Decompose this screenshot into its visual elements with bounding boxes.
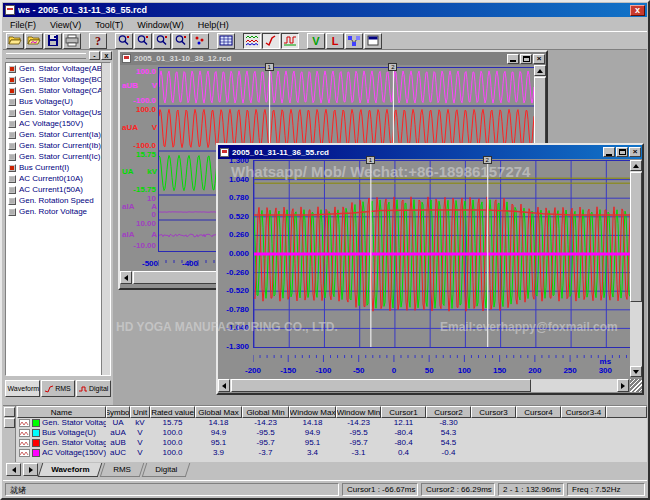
minimize-button[interactable] bbox=[507, 54, 519, 64]
table-header-cursor1[interactable]: Cursor1 bbox=[381, 406, 426, 418]
table-header-global-max[interactable]: Global Max bbox=[195, 406, 242, 418]
table-header-cursor3[interactable]: Cursor3 bbox=[471, 406, 516, 418]
view-tab-rms[interactable]: RMS bbox=[100, 463, 144, 477]
unchecked-box-icon[interactable] bbox=[8, 120, 16, 128]
signal-item[interactable]: AC Voltage(150V) bbox=[6, 118, 110, 129]
scroll-thumb[interactable] bbox=[133, 271, 223, 284]
checked-box-icon[interactable] bbox=[8, 65, 16, 73]
signal-list-scrollbar[interactable] bbox=[101, 63, 110, 375]
table-header-window-max[interactable]: Window Max bbox=[289, 406, 336, 418]
signal-item[interactable]: Gen. Stator Current(Ic) bbox=[6, 151, 110, 162]
signal-panel-header[interactable]: - x bbox=[3, 50, 113, 61]
scroll-right-button[interactable] bbox=[617, 379, 629, 392]
scroll-down-button[interactable] bbox=[630, 366, 642, 377]
view-tab-digital[interactable]: Digital bbox=[142, 463, 191, 477]
toolbar-waveform-view-button[interactable] bbox=[243, 33, 261, 49]
table-row[interactable]: Gen. Stator Voltage(Us)aUBV100.095.1-95.… bbox=[17, 438, 647, 448]
table-header-name[interactable]: Name bbox=[17, 406, 106, 418]
close-button[interactable]: × bbox=[629, 147, 641, 157]
signal-item[interactable]: Gen. Stator Voltage(Us) bbox=[6, 107, 110, 118]
menu-window[interactable]: Window(W) bbox=[130, 19, 191, 31]
checked-box-icon[interactable] bbox=[8, 87, 16, 95]
checked-box-icon[interactable] bbox=[8, 76, 16, 84]
scroll-left-button[interactable] bbox=[120, 271, 132, 284]
unchecked-box-icon[interactable] bbox=[8, 131, 16, 139]
scroll-up-button[interactable] bbox=[534, 65, 546, 76]
toolbar-zoom-y-out-button[interactable] bbox=[153, 33, 171, 49]
table-row[interactable]: Gen. Stator Voltage(CA)UAkV15.7514.18-14… bbox=[17, 418, 647, 428]
toolbar-cursor-points-button[interactable] bbox=[191, 33, 209, 49]
toolbar-vertical-marker-button[interactable]: V bbox=[307, 33, 325, 49]
table-row[interactable]: AC Voltage(150V)aUCV100.03.9-3.73.4-3.10… bbox=[17, 448, 647, 458]
menu-view[interactable]: View(V) bbox=[43, 19, 88, 31]
unchecked-box-icon[interactable] bbox=[8, 208, 16, 216]
toolbar-open-button[interactable] bbox=[6, 33, 24, 49]
toolbar-save-button[interactable] bbox=[44, 33, 62, 49]
signal-item[interactable]: Gen. Stator Current(Ib) bbox=[6, 140, 110, 151]
gutter-button-top[interactable] bbox=[4, 407, 15, 417]
panel-tab-waveform[interactable]: Waveform bbox=[5, 380, 40, 397]
signal-item[interactable]: AC Current1(50A) bbox=[6, 184, 110, 195]
scroll-left-button[interactable] bbox=[218, 379, 230, 392]
unchecked-box-icon[interactable] bbox=[8, 197, 16, 205]
signal-item[interactable]: Gen. Rotation Speed bbox=[6, 195, 110, 206]
toolbar-help-button[interactable]: ? bbox=[89, 33, 107, 49]
panel-close-button[interactable]: x bbox=[101, 51, 112, 60]
scroll-thumb[interactable] bbox=[231, 379, 531, 392]
close-button[interactable]: × bbox=[533, 54, 545, 64]
panel-tab-rms[interactable]: RMS bbox=[41, 380, 76, 397]
tab-scroll-right-button[interactable] bbox=[23, 463, 38, 476]
toolbar-open-record-button[interactable] bbox=[25, 33, 43, 49]
toolbar-zoom-x-out-button[interactable] bbox=[115, 33, 133, 49]
table-header-cursor2[interactable]: Cursor2 bbox=[426, 406, 471, 418]
table-header-cursor4[interactable]: Cursor4 bbox=[516, 406, 561, 418]
signal-item[interactable]: Bus Current(I) bbox=[6, 162, 110, 173]
unchecked-box-icon[interactable] bbox=[8, 109, 16, 117]
signal-item[interactable]: Gen. Stator Voltage(BC) bbox=[6, 74, 110, 85]
tab-scroll-left-button[interactable] bbox=[6, 463, 21, 476]
signal-item[interactable]: Gen. Stator Current(Ia) bbox=[6, 129, 110, 140]
table-header-global-min[interactable]: Global Min bbox=[242, 406, 289, 418]
panel-grip[interactable] bbox=[6, 53, 86, 59]
toolbar-digital-view-button[interactable] bbox=[281, 33, 299, 49]
toolbar-zoom-y-in-button[interactable] bbox=[172, 33, 190, 49]
signal-item[interactable]: Gen. Rotor Voltage bbox=[6, 206, 110, 217]
table-header-symbol[interactable]: Symbol bbox=[106, 406, 130, 418]
resize-grip[interactable] bbox=[630, 379, 642, 392]
front-window[interactable]: 2005_01_31-11_36_55.rcd×121.3001.0400.78… bbox=[216, 143, 644, 395]
unchecked-box-icon[interactable] bbox=[8, 142, 16, 150]
close-button[interactable]: x bbox=[630, 5, 645, 16]
maximize-button[interactable] bbox=[520, 54, 532, 64]
table-header-rated-value[interactable]: Rated value bbox=[150, 406, 195, 418]
view-tab-waveform[interactable]: Waveform bbox=[38, 463, 103, 477]
menu-tool[interactable]: Tool(T) bbox=[88, 19, 130, 31]
front-horizontal-scrollbar[interactable] bbox=[218, 379, 629, 392]
table-gutter[interactable] bbox=[3, 406, 16, 463]
back-cursor-1-handle[interactable]: 1 bbox=[265, 63, 274, 71]
menu-file[interactable]: File(F) bbox=[3, 19, 43, 31]
panel-tab-digital[interactable]: Digital bbox=[76, 380, 111, 397]
signal-item[interactable]: Gen. Stator Voltage(CA) bbox=[6, 85, 110, 96]
menu-help[interactable]: Help(H) bbox=[191, 19, 236, 31]
minimize-button[interactable] bbox=[603, 147, 615, 157]
scroll-up-button[interactable] bbox=[630, 160, 642, 171]
table-header-unit[interactable]: Unit bbox=[130, 406, 150, 418]
front-cursor-1-handle[interactable]: 1 bbox=[366, 156, 375, 164]
scroll-thumb[interactable] bbox=[630, 172, 642, 302]
back-window-title-bar[interactable]: 2005_01_31-10_38_12.rcd× bbox=[120, 52, 546, 65]
front-vertical-scrollbar[interactable] bbox=[630, 160, 642, 377]
table-header-cursor3-4[interactable]: Cursor3-4 bbox=[561, 406, 606, 418]
table-row[interactable]: Bus Voltage(U)aUAV100.094.9-95.594.9-95.… bbox=[17, 428, 647, 438]
panel-minimize-button[interactable]: - bbox=[89, 51, 100, 60]
unchecked-box-icon[interactable] bbox=[8, 153, 16, 161]
front-window-title-bar[interactable]: 2005_01_31-11_36_55.rcd× bbox=[218, 145, 642, 159]
toolbar-print-button[interactable] bbox=[63, 33, 81, 49]
toolbar-horizontal-marker-button[interactable]: L bbox=[326, 33, 344, 49]
signal-item[interactable]: Gen. Stator Voltage(AB) bbox=[6, 63, 110, 74]
signal-item[interactable]: Bus Voltage(U) bbox=[6, 96, 110, 107]
unchecked-box-icon[interactable] bbox=[8, 175, 16, 183]
table-header-window-min[interactable]: Window Min bbox=[336, 406, 381, 418]
front-cursor-2-handle[interactable]: 2 bbox=[483, 156, 492, 164]
toolbar-channel-config-button[interactable] bbox=[217, 33, 235, 49]
toolbar-window-properties-button[interactable] bbox=[364, 33, 382, 49]
